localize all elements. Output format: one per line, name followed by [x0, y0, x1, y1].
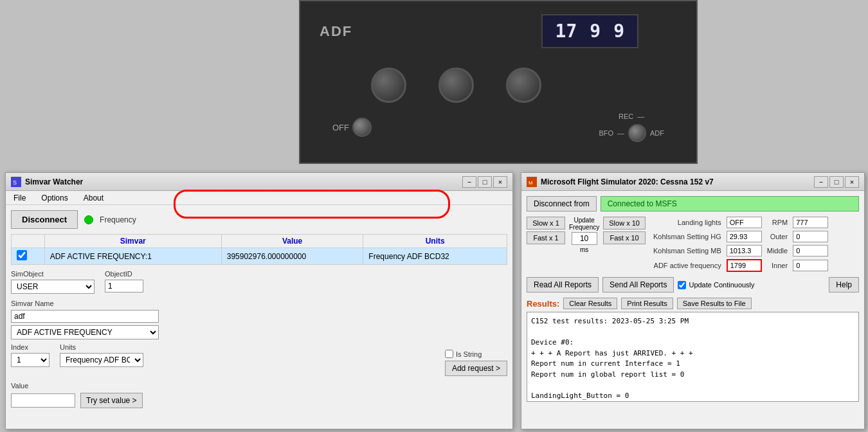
index-label: Index: [11, 343, 50, 351]
adf-frequency-input[interactable]: [727, 259, 762, 272]
add-request-button[interactable]: Add request >: [445, 361, 507, 376]
frequency-label: Frequency: [100, 215, 136, 224]
menu-options[interactable]: Options: [36, 192, 73, 204]
kohlsman-hg-label: Kohlsman Setting HG: [653, 233, 721, 240]
units-select[interactable]: Frequency ADF BCD32: [60, 353, 143, 367]
outer-input[interactable]: [793, 231, 828, 242]
msfs-window: M Microsoft Flight Simulator 2020: Cessn…: [521, 172, 865, 429]
objectid-input[interactable]: [105, 280, 143, 292]
kohlsman-mb-input[interactable]: [727, 245, 762, 256]
svg-text:S: S: [13, 179, 17, 186]
simvar-titlebar: S Simvar Watcher − □ ×: [6, 173, 512, 191]
simvar-cell: ADF ACTIVE FREQUENCY:1: [44, 248, 221, 265]
fast-x1-button[interactable]: Fast x 1: [527, 231, 565, 244]
kohlsman-hg-input[interactable]: [727, 231, 762, 242]
simvar-menu-bar: File Options About: [6, 191, 512, 205]
bfo-switch[interactable]: [628, 124, 646, 142]
maximize-button[interactable]: □: [478, 176, 492, 188]
update-frequency-input[interactable]: [572, 232, 597, 245]
msfs-window-title: Microsoft Flight Simulator 2020: Cessna …: [541, 177, 714, 186]
print-results-button[interactable]: Print Results: [621, 298, 673, 309]
slow-x10-button[interactable]: Slow x 10: [603, 217, 646, 230]
off-label: OFF: [332, 123, 349, 132]
simvar-table: Simvar Value Units ADF ACTIVE FREQUENCY:…: [11, 234, 507, 265]
col-units: Units: [363, 235, 507, 248]
msfs-minimize-button[interactable]: −: [814, 176, 828, 188]
landing-lights-label: Landing lights: [653, 219, 721, 226]
adf-label: ADF: [320, 23, 352, 40]
index-select[interactable]: 1: [11, 353, 50, 367]
adf-panel: ADF 17 9 9 OFF REC — BFO — ADF: [299, 0, 698, 164]
save-results-button[interactable]: Save Results to File: [677, 298, 752, 309]
value-cell: 395902976.000000000: [221, 248, 363, 265]
fast-x10-button[interactable]: Fast x 10: [603, 231, 646, 244]
landing-lights-input[interactable]: [727, 217, 762, 228]
connection-status-dot: [84, 215, 93, 224]
adf-display-d3: 9: [613, 21, 624, 42]
results-label: Results:: [527, 299, 559, 309]
bfo-label: BFO: [599, 129, 613, 137]
objectid-label: ObjectID: [105, 270, 143, 278]
rpm-input[interactable]: [793, 217, 828, 228]
simobject-select[interactable]: USER: [11, 280, 95, 294]
update-frequency-label: UpdateFrequency: [569, 217, 599, 231]
units-label: Units: [60, 343, 143, 351]
inner-input[interactable]: [793, 260, 828, 271]
middle-label: Middle: [767, 247, 788, 255]
minimize-button[interactable]: −: [462, 176, 476, 188]
simvar-name-select[interactable]: ADF ACTIVE FREQUENCY: [11, 325, 159, 339]
adf-knob-1[interactable]: [371, 68, 406, 103]
read-all-reports-button[interactable]: Read All Reports: [527, 277, 599, 292]
simvar-window-title: Simvar Watcher: [25, 177, 83, 186]
value-input[interactable]: [11, 393, 75, 408]
close-button[interactable]: ×: [493, 176, 507, 188]
msfs-close-button[interactable]: ×: [845, 176, 859, 188]
outer-label: Outer: [767, 233, 788, 240]
simvar-window-icon: S: [11, 177, 21, 187]
value-label: Value: [11, 382, 28, 390]
adf-freq-label: ADF active frequency: [653, 262, 721, 269]
slow-x1-button[interactable]: Slow x 1: [527, 217, 565, 230]
msfs-titlebar: M Microsoft Flight Simulator 2020: Cessn…: [521, 173, 864, 191]
update-continuously-checkbox[interactable]: [678, 281, 686, 289]
table-row[interactable]: ADF ACTIVE FREQUENCY:1 395902976.0000000…: [12, 248, 507, 265]
results-text-area[interactable]: C152 test results: 2023-05-25 3:25 PM De…: [527, 312, 859, 402]
msfs-maximize-button[interactable]: □: [829, 176, 844, 188]
adf-display: 17 9 9: [541, 14, 638, 48]
menu-about[interactable]: About: [78, 192, 109, 204]
row-checkbox[interactable]: [17, 250, 27, 260]
disconnect-from-button[interactable]: Disconnect from: [527, 196, 597, 212]
col-value: Value: [221, 235, 363, 248]
col-simvar: Simvar: [44, 235, 221, 248]
adf-knob-3[interactable]: [506, 68, 541, 103]
row-checkbox-cell: [12, 248, 45, 265]
simvar-watcher-window: S Simvar Watcher − □ × File Options Abou…: [5, 172, 513, 429]
adf-display-d1: 17: [556, 21, 577, 42]
simvar-name-input[interactable]: [11, 310, 159, 323]
simvar-name-label: Simvar Name: [11, 300, 54, 307]
inner-label: Inner: [767, 262, 788, 269]
units-cell: Frequency ADF BCD32: [363, 248, 507, 265]
off-switch[interactable]: [352, 118, 372, 137]
update-continuously-label: Update Continuously: [689, 281, 754, 289]
msfs-window-icon: M: [527, 177, 537, 187]
simobject-label: SimObject: [11, 270, 95, 278]
is-string-label: Is String: [456, 350, 482, 358]
adf-knob-2[interactable]: [439, 68, 474, 103]
middle-input[interactable]: [793, 245, 828, 256]
menu-file[interactable]: File: [8, 192, 31, 204]
is-string-checkbox[interactable]: [445, 350, 453, 358]
send-all-reports-button[interactable]: Send All Reports: [602, 277, 674, 292]
rpm-label: RPM: [767, 219, 788, 226]
clear-results-button[interactable]: Clear Results: [563, 298, 617, 309]
adf-display-d2: 9: [590, 21, 601, 42]
results-content: C152 test results: 2023-05-25 3:25 PM De…: [531, 316, 854, 402]
adf-mode-label: ADF: [650, 129, 664, 137]
try-set-button[interactable]: Try set value >: [80, 393, 143, 408]
update-freq-unit: ms: [580, 246, 588, 253]
disconnect-button[interactable]: Disconnect: [11, 210, 78, 229]
svg-text:M: M: [529, 180, 533, 186]
rec-label: REC: [619, 113, 633, 120]
help-button[interactable]: Help: [829, 277, 859, 292]
col-checkbox: [12, 235, 45, 248]
